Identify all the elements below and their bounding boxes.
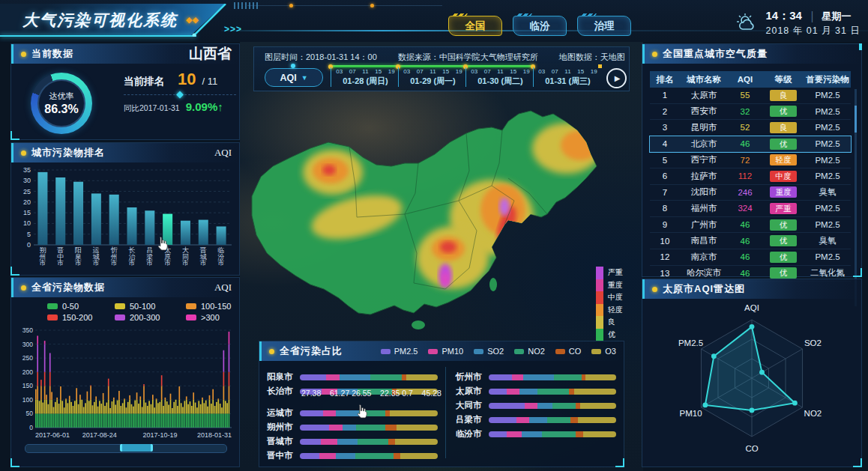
city-bar-阳泉市[interactable]: [73, 182, 83, 245]
city-cell: 昆明市: [680, 122, 728, 133]
gauge-value: 86.3%: [44, 103, 78, 116]
current-data-panel: 当前数据 山西省 达优率 86.3% 当前排名 10 / 11 同比2017-0…: [10, 43, 240, 140]
logo-underline: [0, 35, 196, 37]
bar-segment-SO2: [337, 439, 358, 445]
table-row-南京市[interactable]: 12南京市46优PM2.5: [650, 249, 851, 266]
svg-text:吕梁市: 吕梁市: [146, 246, 153, 267]
share-stacked-bar[interactable]: [489, 417, 616, 423]
share-row-忻州市[interactable]: 忻州市: [456, 370, 616, 384]
metric-select[interactable]: AQI ▼: [265, 68, 323, 87]
bar-segment-PM10: [512, 374, 523, 380]
table-row-西宁市[interactable]: 5西宁市72轻度PM2.5: [650, 152, 851, 168]
table-row-北京市[interactable]: 4北京市46优PM2.5: [650, 136, 851, 153]
city-cell: 西安市: [680, 106, 728, 117]
bar-segment-CO: [388, 439, 395, 445]
city-cell: 西宁市: [680, 154, 728, 165]
share-row-晋中市[interactable]: 晋中市: [267, 449, 438, 463]
city-bar-长治市[interactable]: [127, 207, 137, 245]
city-bar-忻州市[interactable]: [109, 195, 119, 245]
bar-segment-NO2: [547, 417, 570, 423]
share-stacked-bar[interactable]: [300, 425, 438, 431]
bar-segment-SO2: [340, 374, 370, 380]
city-bar-吕梁市[interactable]: [145, 210, 154, 245]
share-row-运城市[interactable]: 运城市: [267, 406, 438, 420]
timeline-day-01-30[interactable]: 030711151901-30 (周二): [465, 67, 533, 87]
bullet-icon: [652, 52, 657, 57]
svg-text:0: 0: [27, 241, 31, 249]
table-row-福州市[interactable]: 8福州市324严重PM2.5: [650, 201, 851, 217]
city-bar-临汾市[interactable]: [217, 226, 226, 245]
map-aqi-legend: 严重重度中度轻度良优: [596, 267, 623, 341]
table-row-太原市[interactable]: 1太原市55良PM2.5: [650, 88, 851, 104]
nav-button-治理[interactable]: 治理: [577, 16, 631, 36]
aqi-cell: 52: [728, 123, 762, 132]
bar-segment-PM10: [516, 417, 529, 423]
corner-accent: [10, 458, 19, 467]
table-row-沈阳市[interactable]: 7沈阳市246重度臭氧: [650, 185, 851, 201]
scrollbar-thumb[interactable]: [855, 106, 857, 133]
table-row-西安市[interactable]: 2西安市32优PM2.5: [650, 104, 851, 121]
bar-segment-CO: [569, 389, 574, 395]
timeline-day-01-31[interactable]: 030711151901-31 (周三): [533, 67, 600, 87]
hour-tick: 15: [510, 68, 516, 75]
city-bar-晋中市[interactable]: [55, 177, 65, 245]
chevrons-icon: >>>: [224, 24, 242, 34]
legend-item-150-200: 150-200: [47, 313, 115, 322]
timeline-hours: 0307111519: [333, 68, 398, 75]
table-row-拉萨市[interactable]: 6拉萨市112中度PM2.5: [650, 168, 851, 185]
share-stacked-bar[interactable]: [489, 389, 616, 395]
share-stacked-bar[interactable]: [300, 453, 438, 459]
table-row-南昌市[interactable]: 10南昌市46优臭氧: [650, 233, 851, 249]
svg-text:2017-10-19: 2017-10-19: [142, 431, 177, 439]
table-row-广州市[interactable]: 9广州市46优PM2.5: [650, 217, 851, 234]
share-row-阳泉市[interactable]: 阳泉市: [267, 370, 438, 384]
share-row-朔州市[interactable]: 朔州市: [267, 420, 438, 434]
city-cell: 南京市: [680, 252, 728, 263]
table-row-昆明市[interactable]: 3昆明市52良PM2.5: [650, 120, 851, 136]
city-bar-大同市[interactable]: [181, 221, 190, 245]
bar-segment-SO2: [343, 425, 356, 431]
share-stacked-bar[interactable]: [489, 403, 616, 409]
map-source-text: 地图数据：天地图: [559, 52, 625, 63]
nav-button-临汾[interactable]: 临汾: [513, 16, 567, 36]
province-panel-title: 全省污染物数据: [31, 281, 105, 294]
share-row-吕梁市[interactable]: 吕梁市: [456, 413, 616, 427]
logo-spark-icon: ◆◆: [186, 15, 199, 25]
share-stacked-bar[interactable]: [489, 431, 616, 437]
play-button[interactable]: ▶: [606, 68, 627, 88]
timeline-day-01-28[interactable]: 030711151901-28 (周日): [331, 67, 398, 87]
share-stacked-bar[interactable]: [300, 410, 438, 416]
bar-segment-NO2: [554, 374, 582, 380]
city-bar-太原市[interactable]: [163, 214, 172, 245]
timeline-day-01-29[interactable]: 030711151901-29 (周一): [398, 67, 465, 87]
hour-tick: 03: [538, 68, 545, 75]
share-stacked-bar[interactable]: [489, 374, 616, 380]
bar-segment-CO: [570, 417, 578, 423]
legend-swatch: [596, 316, 603, 329]
legend-label: 轻度: [608, 304, 623, 317]
bullet-icon: [21, 52, 26, 57]
time-range-slider[interactable]: [25, 444, 227, 453]
share-row-晋城市[interactable]: 晋城市: [267, 434, 438, 449]
bar-segment-SO2: [523, 374, 554, 380]
share-stacked-bar[interactable]: [300, 374, 438, 380]
rank-cell: 5: [650, 156, 680, 165]
slider-thumb[interactable]: [120, 444, 153, 452]
bar-segment-PM10: [321, 439, 337, 445]
city-cell: 广州市: [680, 219, 728, 231]
share-row-太原市[interactable]: 太原市: [456, 384, 616, 398]
timeline: 030711151901-28 (周日)030711151901-29 (周一)…: [331, 65, 600, 89]
legend-item-SO2: SO2: [474, 347, 504, 356]
city-bar-晋城市[interactable]: [199, 220, 208, 245]
svg-text:10: 10: [23, 219, 31, 227]
city-bar-运城市[interactable]: [91, 193, 101, 245]
svg-text:50: 50: [26, 410, 34, 417]
share-stacked-bar[interactable]: [300, 439, 438, 445]
city-bar-朔州市[interactable]: [37, 172, 47, 245]
nav-button-全国[interactable]: 全国: [448, 16, 502, 36]
legend-label: 优: [608, 329, 623, 341]
share-row-大同市[interactable]: 大同市: [456, 398, 616, 413]
share-row-临汾市[interactable]: 临汾市: [456, 427, 616, 441]
level-cell: 良: [762, 90, 804, 101]
column-header-AQI: AQI: [728, 75, 762, 84]
